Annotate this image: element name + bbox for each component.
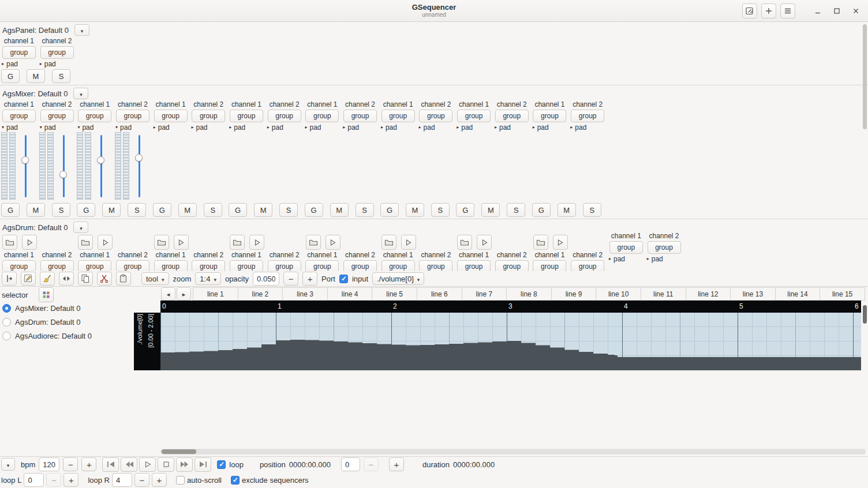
group-toggle-button[interactable]: G xyxy=(305,203,323,217)
group-button[interactable]: group xyxy=(230,260,263,271)
pad-expander[interactable]: ▾ pad xyxy=(114,123,152,132)
paste-button[interactable] xyxy=(116,272,131,286)
group-button[interactable]: group xyxy=(230,110,263,122)
group-button[interactable]: group xyxy=(495,260,529,271)
clear-tool-button[interactable] xyxy=(40,272,55,286)
volume-slider[interactable] xyxy=(59,132,69,200)
line-tab[interactable]: line 1 xyxy=(193,287,238,301)
group-button[interactable]: group xyxy=(457,260,491,271)
open-drumkit-button[interactable] xyxy=(533,235,548,250)
group-button[interactable]: group xyxy=(533,260,566,271)
line-tab[interactable]: line 13 xyxy=(730,287,776,301)
slider-handle[interactable] xyxy=(135,154,143,162)
group-toggle-button[interactable]: G xyxy=(456,203,474,217)
group-button[interactable]: group xyxy=(343,260,377,271)
play-pad-button[interactable] xyxy=(553,235,568,250)
slider-handle[interactable] xyxy=(59,171,67,178)
mute-button[interactable]: M xyxy=(481,203,500,217)
edit-tool-button[interactable] xyxy=(21,272,36,286)
scrollbar-thumb[interactable] xyxy=(863,24,867,129)
play-pad-button[interactable] xyxy=(477,235,492,250)
machine-menu-button[interactable] xyxy=(73,88,88,99)
cut-button[interactable] xyxy=(97,272,112,286)
pad-expander[interactable]: ▸ pad xyxy=(568,123,607,132)
transport-expander-button[interactable] xyxy=(1,458,15,471)
scrollbar-thumb[interactable] xyxy=(162,449,196,454)
group-button[interactable]: group xyxy=(154,260,188,271)
pad-expander[interactable]: ▸ pad xyxy=(189,123,227,132)
group-toggle-button[interactable]: G xyxy=(229,203,247,217)
position-decrement-button[interactable]: − xyxy=(364,457,379,471)
machines-vertical-scrollbar[interactable] xyxy=(862,23,867,269)
pad-expander[interactable]: ▸ pad xyxy=(341,123,379,132)
solo-button[interactable]: S xyxy=(204,203,222,217)
slider-handle[interactable] xyxy=(21,156,29,164)
pad-expander[interactable]: ▾ pad xyxy=(38,123,76,132)
group-button[interactable]: group xyxy=(305,260,339,271)
pad-expander[interactable]: ▸ pad xyxy=(531,123,569,132)
group-button[interactable]: group xyxy=(154,110,188,122)
slider-handle[interactable] xyxy=(97,156,104,164)
group-button[interactable]: group xyxy=(2,110,36,122)
play-pad-button[interactable] xyxy=(174,235,189,250)
pad-expander[interactable]: ▸ pad xyxy=(455,123,493,132)
solo-button[interactable]: S xyxy=(356,203,374,217)
pad-expander[interactable]: ▸ pad xyxy=(227,123,265,132)
auto-scroll-checkbox[interactable] xyxy=(176,476,185,485)
group-button[interactable]: group xyxy=(571,260,604,271)
close-button[interactable] xyxy=(848,3,863,18)
mute-button[interactable]: M xyxy=(254,203,272,217)
mute-button[interactable]: M xyxy=(330,203,349,217)
pad-expander[interactable]: ▸ pad xyxy=(152,123,190,132)
line-tab[interactable]: line 12 xyxy=(686,287,731,301)
pad-expander[interactable]: ▾ pad xyxy=(0,123,38,132)
group-button[interactable]: group xyxy=(457,110,491,122)
pad-expander[interactable]: ▸ pad xyxy=(38,59,76,68)
port-combo[interactable]: ./volume[0] xyxy=(372,272,424,285)
group-button[interactable]: group xyxy=(571,110,604,122)
group-toggle-button[interactable]: G xyxy=(153,203,171,217)
line-tab[interactable]: line 3 xyxy=(282,287,328,301)
group-toggle-button[interactable]: G xyxy=(380,203,399,217)
group-button[interactable]: group xyxy=(78,110,111,122)
line-tab[interactable]: line 8 xyxy=(506,287,552,301)
edit-vertical-scrollbar[interactable] xyxy=(862,301,867,444)
line-tab[interactable]: line 2 xyxy=(238,287,283,301)
input-checkbox[interactable] xyxy=(339,275,348,283)
machine-menu-button[interactable] xyxy=(73,222,88,233)
machine-radio-option[interactable]: AgsAudiorec: Default 0 xyxy=(2,332,133,340)
line-tab[interactable]: line 5 xyxy=(372,287,417,301)
play-pad-button[interactable] xyxy=(249,235,264,250)
line-tab[interactable]: line 7 xyxy=(462,287,507,301)
open-drumkit-button[interactable] xyxy=(154,235,169,250)
stop-button[interactable] xyxy=(158,457,174,472)
group-button[interactable]: group xyxy=(268,260,301,271)
zoom-combo[interactable]: 1:4 xyxy=(195,272,221,285)
solo-button[interactable]: S xyxy=(52,203,70,217)
group-button[interactable]: group xyxy=(116,260,149,271)
line-tab[interactable]: line 9 xyxy=(551,287,597,301)
pad-expander[interactable]: ▸ pad xyxy=(493,123,531,132)
group-button[interactable]: group xyxy=(40,110,74,122)
loop-left-increment-button[interactable]: + xyxy=(63,473,78,487)
group-button[interactable]: group xyxy=(40,46,74,59)
group-button[interactable]: group xyxy=(2,260,36,271)
radio-icon[interactable] xyxy=(2,304,11,313)
tool-menu-combo[interactable]: tool xyxy=(141,272,169,285)
loop-right-increment-button[interactable]: + xyxy=(152,473,167,487)
pad-expander[interactable]: ▾ pad xyxy=(76,123,114,132)
mute-button[interactable]: M xyxy=(27,203,45,217)
position-increment-button[interactable]: + xyxy=(389,457,404,471)
solo-button[interactable]: S xyxy=(431,203,450,217)
play-pad-button[interactable] xyxy=(22,235,37,250)
open-drumkit-button[interactable] xyxy=(306,235,321,250)
minimize-button[interactable] xyxy=(810,3,825,18)
seek-backward-button[interactable] xyxy=(121,457,137,472)
line-tab[interactable]: line 6 xyxy=(417,287,462,301)
line-tab[interactable]: line 10 xyxy=(596,287,641,301)
pad-expander[interactable]: ▸ pad xyxy=(304,123,342,132)
group-toggle-button[interactable]: G xyxy=(1,69,20,83)
group-button[interactable]: group xyxy=(268,110,301,122)
volume-slider[interactable] xyxy=(134,132,144,200)
group-button[interactable]: group xyxy=(419,110,452,122)
